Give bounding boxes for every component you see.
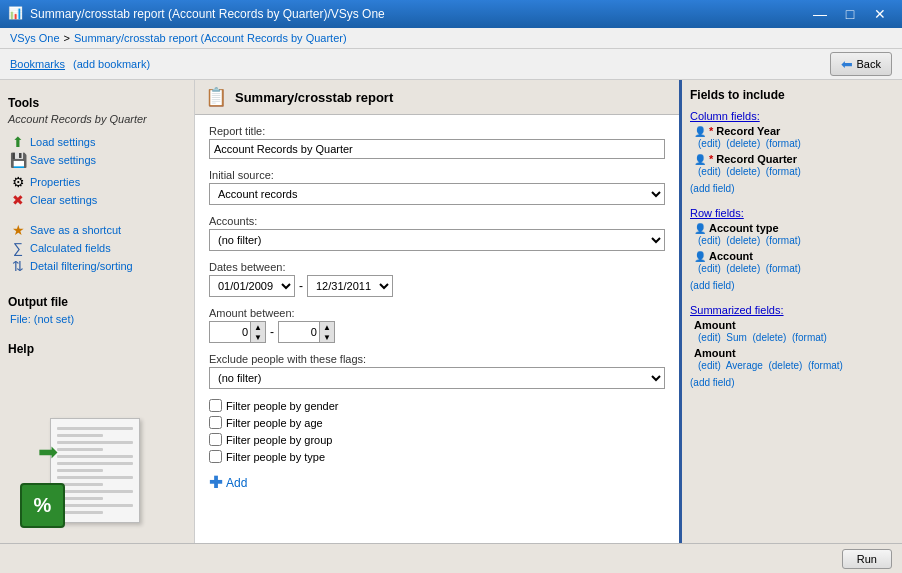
group-check[interactable] [209,433,222,446]
amount2-delete[interactable]: (delete) [768,360,802,371]
sidebar-item-save-shortcut[interactable]: ★ Save as a shortcut [8,221,186,239]
properties-link[interactable]: Properties [30,176,80,188]
clear-settings-link[interactable]: Clear settings [30,194,97,206]
filter-group-checkbox[interactable]: Filter people by group [209,433,665,446]
filter-type-label: Filter people by type [226,451,325,463]
initial-source-label: Initial source: [209,169,665,181]
amount2-format[interactable]: (format) [808,360,843,371]
amount1-sum[interactable]: Sum [726,332,747,343]
record-quarter-format[interactable]: (format) [766,166,801,177]
account-type-edit[interactable]: (edit) [698,235,721,246]
fields-panel-title: Fields to include [690,88,894,102]
initial-source-select[interactable]: Account records [209,183,665,205]
account-format[interactable]: (format) [766,263,801,274]
calculated-fields-icon: ∑ [10,240,26,256]
amount-group: Amount between: ▲ ▼ - [209,307,665,343]
accounts-select[interactable]: (no filter) [209,229,665,251]
amount2-avg[interactable]: Average [726,360,763,371]
dates-label: Dates between: [209,261,665,273]
save-shortcut-link[interactable]: Save as a shortcut [30,224,121,236]
detail-filtering-link[interactable]: Detail filtering/sorting [30,260,133,272]
record-year-links: (edit) (delete) (format) [694,138,894,149]
bookmarks-link[interactable]: Bookmarks [10,58,65,70]
record-year-format[interactable]: (format) [766,138,801,149]
amount-from-up[interactable]: ▲ [251,322,265,332]
filter-gender-label: Filter people by gender [226,400,339,412]
sidebar-item-save-settings[interactable]: 💾 Save settings [8,151,186,169]
maximize-button[interactable]: □ [836,4,864,24]
record-quarter-links: (edit) (delete) (format) [694,166,894,177]
save-settings-icon: 💾 [10,152,26,168]
breadcrumb-app-link[interactable]: VSys One [10,32,60,44]
sidebar-item-calculated-fields[interactable]: ∑ Calculated fields [8,239,186,257]
amount2-edit[interactable]: (edit) [698,360,721,371]
report-header-icon: 📋 [205,86,227,108]
add-bookmark-link[interactable]: (add bookmark) [73,58,150,70]
breadcrumb-separator: > [64,32,70,44]
account-icon: 👤 [694,251,706,262]
help-heading: Help [8,342,186,356]
run-button[interactable]: Run [842,549,892,569]
filter-gender-checkbox[interactable]: Filter people by gender [209,399,665,412]
account-links: (edit) (delete) (format) [694,263,894,274]
sidebar-item-load-settings[interactable]: ⬆ Load settings [8,133,186,151]
load-settings-link[interactable]: Load settings [30,136,95,148]
back-icon: ⬅ [841,56,853,72]
sidebar-item-properties[interactable]: ⚙ Properties [8,173,186,191]
record-year-delete[interactable]: (delete) [726,138,760,149]
column-fields-heading[interactable]: Column fields: [690,110,894,122]
row-fields-heading[interactable]: Row fields: [690,207,894,219]
type-check[interactable] [209,450,222,463]
filter-age-checkbox[interactable]: Filter people by age [209,416,665,429]
detail-filtering-icon: ⇅ [10,258,26,274]
filter-type-checkbox[interactable]: Filter people by type [209,450,665,463]
row-fields-section: Row fields: 👤 Account type (edit) (delet… [690,207,894,292]
initial-source-group: Initial source: Account records [209,169,665,205]
exclude-select[interactable]: (no filter) [209,367,665,389]
record-quarter-delete[interactable]: (delete) [726,166,760,177]
close-button[interactable]: ✕ [866,4,894,24]
amount1-field: Amount (edit) Sum (delete) (format) [690,319,894,343]
sidebar-item-clear-settings[interactable]: ✖ Clear settings [8,191,186,209]
add-button[interactable]: ✚ Add [209,473,247,492]
amount1-edit[interactable]: (edit) [698,332,721,343]
add-column-field-link[interactable]: (add field) [690,183,734,194]
record-year-edit[interactable]: (edit) [698,138,721,149]
load-settings-icon: ⬆ [10,134,26,150]
amount-from-down[interactable]: ▼ [251,332,265,342]
back-button[interactable]: ⬅ Back [830,52,892,76]
calculated-fields-link[interactable]: Calculated fields [30,242,111,254]
amount-to-down[interactable]: ▼ [320,332,334,342]
summarized-fields-heading[interactable]: Summarized fields: [690,304,894,316]
account-type-links: (edit) (delete) (format) [694,235,894,246]
output-file-link[interactable]: File: (not set) [10,313,74,325]
account-delete[interactable]: (delete) [726,263,760,274]
date-dash: - [299,279,303,293]
amount1-name: Amount [694,319,736,331]
sidebar-item-detail-filtering[interactable]: ⇅ Detail filtering/sorting [8,257,186,275]
account-type-delete[interactable]: (delete) [726,235,760,246]
add-summarized-field-link[interactable]: (add field) [690,377,734,388]
amount1-format[interactable]: (format) [792,332,827,343]
minimize-button[interactable]: — [806,4,834,24]
add-row-field-link[interactable]: (add field) [690,280,734,291]
save-shortcut-icon: ★ [10,222,26,238]
date-from-select[interactable]: 01/01/2009 [209,275,295,297]
amount-to-input[interactable] [279,322,319,342]
account-edit[interactable]: (edit) [698,263,721,274]
gender-check[interactable] [209,399,222,412]
amount-from-input[interactable] [210,322,250,342]
record-quarter-name: Record Quarter [716,153,797,165]
save-settings-link[interactable]: Save settings [30,154,96,166]
amount-from-spinner: ▲ ▼ [209,321,266,343]
account-type-format[interactable]: (format) [766,235,801,246]
date-to-select[interactable]: 12/31/2011 [307,275,393,297]
age-check[interactable] [209,416,222,429]
amount1-delete[interactable]: (delete) [752,332,786,343]
record-quarter-edit[interactable]: (edit) [698,166,721,177]
report-title-input[interactable] [209,139,665,159]
clear-settings-icon: ✖ [10,192,26,208]
account-type-name: Account type [709,222,779,234]
amount-to-up[interactable]: ▲ [320,322,334,332]
breadcrumb-page-link[interactable]: Summary/crosstab report (Account Records… [74,32,347,44]
